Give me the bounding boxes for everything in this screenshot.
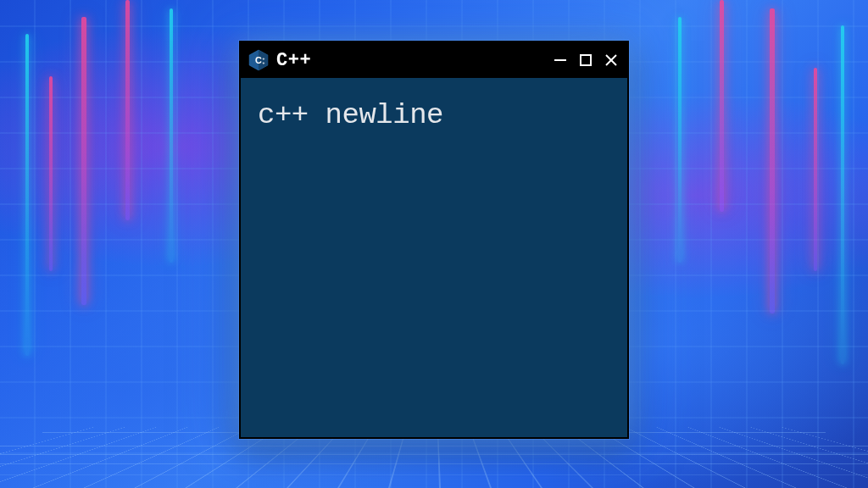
window-controls [551,51,620,69]
svg-text:+: + [263,57,265,61]
svg-rect-6 [581,55,591,65]
neon-line [720,0,724,212]
neon-line [814,68,817,271]
titlebar[interactable]: C + + C++ [241,42,627,78]
minimize-button[interactable] [551,51,570,69]
window-title: C++ [276,50,311,71]
terminal-window: C + + C++ c++ newline [239,41,629,439]
cpp-logo-icon: C + + [248,49,270,71]
cyan-line [841,25,844,364]
terminal-content: c++ newline [241,78,627,152]
cyan-line [678,17,682,263]
neon-line [770,8,775,313]
neon-line [81,17,86,305]
svg-text:+: + [263,61,265,65]
cyan-line [25,34,29,356]
close-button[interactable] [602,51,620,69]
maximize-icon [579,53,593,67]
close-icon [604,53,619,68]
svg-text:C: C [255,55,262,65]
neon-line [49,76,53,271]
neon-line [125,0,130,220]
cyan-line [170,8,173,263]
maximize-button[interactable] [576,51,595,69]
minimize-icon [553,53,568,68]
terminal-text: c++ newline [258,99,443,131]
